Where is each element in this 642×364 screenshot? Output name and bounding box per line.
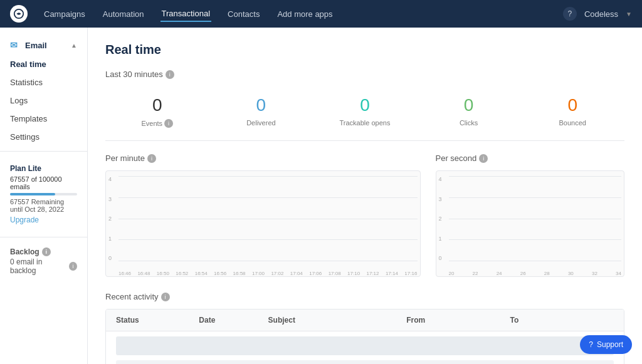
stat-events-label: Events i (105, 119, 209, 128)
table-row-placeholder-1 (116, 336, 614, 355)
sidebar-plan: Plan Lite 67557 of 100000 emails 67557 R… (0, 157, 87, 232)
page-title: Real time (105, 43, 624, 57)
stat-opens-value: 0 (313, 95, 417, 115)
email-icon: ✉ (10, 40, 18, 50)
sidebar-chevron: ▲ (71, 42, 77, 49)
sidebar-item-logs[interactable]: Logs (0, 91, 87, 110)
stat-opens-label: Trackable opens (313, 119, 417, 127)
stat-clicks-value: 0 (417, 95, 521, 115)
per-minute-title: Per minute i (105, 153, 421, 163)
col-to: To (510, 316, 614, 325)
stats-row: 0 Events i 0 Delivered 0 Trackable opens… (105, 89, 624, 141)
plan-emails: 67557 of 100000 emails (10, 175, 77, 190)
support-label: Support (597, 340, 623, 349)
nav-transactional[interactable]: Transactional (160, 6, 212, 22)
stat-bounced: 0 Bounced (520, 95, 624, 127)
per-minute-chart-area (118, 176, 418, 261)
backlog-label: Backlog i (10, 247, 77, 256)
upgrade-link[interactable]: Upgrade (10, 216, 77, 224)
sidebar-divider (0, 151, 87, 152)
plan-progress-fill (10, 193, 55, 195)
sidebar-email-label: Email (25, 41, 47, 50)
sidebar-item-templates[interactable]: Templates (0, 110, 87, 128)
last30-info-icon[interactable]: i (166, 70, 174, 79)
recent-activity-info-icon[interactable]: i (161, 293, 170, 301)
recent-activity-section: Recent activity i Status Date Subject Fr… (105, 292, 624, 364)
stat-trackable-opens: 0 Trackable opens (313, 95, 417, 127)
per-minute-title-text: Per minute (105, 153, 145, 163)
nav-right: ? Codeless ▼ (563, 7, 632, 21)
nav-contacts[interactable]: Contacts (226, 7, 261, 21)
top-navigation: Campaigns Automation Transactional Conta… (0, 0, 642, 28)
per-second-chart-area (449, 176, 622, 261)
per-second-x-labels: 20 22 24 26 28 30 32 34 (449, 271, 622, 276)
nav-add-apps[interactable]: Add more apps (276, 7, 334, 21)
backlog-value-info-icon[interactable]: i (69, 262, 77, 271)
per-second-title-text: Per second (436, 153, 477, 163)
per-second-info-icon[interactable]: i (479, 154, 488, 163)
col-from: From (406, 316, 510, 325)
activity-table: Status Date Subject From To (105, 309, 624, 364)
per-minute-chart: 4 3 2 1 0 16:46 16: (105, 170, 421, 277)
plan-name: Plan Lite (10, 164, 77, 173)
plan-remaining: 67557 Remaining until Oct 28, 2022 (10, 198, 77, 213)
per-minute-x-labels: 16:46 16:48 16:50 16:52 16:54 16:56 16:5… (118, 271, 418, 276)
stat-bounced-value: 0 (520, 95, 624, 115)
per-second-chart-section: Per second i 4 3 2 1 0 (436, 153, 625, 277)
per-second-title: Per second i (436, 153, 625, 163)
last30-label: Last 30 minutes i (105, 70, 624, 79)
plan-progress-bar (10, 193, 77, 195)
stat-clicks: 0 Clicks (417, 95, 521, 127)
nav-automation[interactable]: Automation (102, 7, 145, 21)
sidebar-item-settings[interactable]: Settings (0, 128, 87, 146)
per-minute-info-icon[interactable]: i (147, 154, 156, 163)
table-header: Status Date Subject From To (106, 309, 624, 331)
support-icon: ? (589, 340, 593, 349)
col-status: Status (116, 316, 199, 325)
main-content: Real time Last 30 minutes i 0 Events i 0… (88, 28, 642, 364)
account-chevron: ▼ (626, 11, 632, 18)
per-minute-chart-section: Per minute i 4 3 2 1 0 (105, 153, 421, 277)
col-date: Date (199, 316, 268, 325)
sidebar-item-statistics[interactable]: Statistics (0, 73, 87, 91)
nav-campaigns[interactable]: Campaigns (43, 7, 87, 21)
support-button[interactable]: ? Support (580, 335, 632, 354)
sidebar-divider-2 (0, 237, 87, 237)
stat-delivered-value: 0 (209, 95, 313, 115)
last30-text: Last 30 minutes (105, 70, 163, 79)
help-button[interactable]: ? (563, 7, 577, 21)
stat-events-value: 0 (105, 95, 209, 115)
sidebar: ✉ Email ▲ Real time Statistics Logs Temp… (0, 28, 88, 364)
sidebar-item-realtime[interactable]: Real time (0, 55, 87, 73)
backlog-section: Backlog i 0 email in backlog i (0, 242, 87, 280)
recent-activity-title-text: Recent activity (105, 292, 159, 301)
stat-bounced-label: Bounced (520, 119, 624, 127)
stat-delivered: 0 Delivered (209, 95, 313, 127)
per-minute-y-labels: 4 3 2 1 0 (108, 176, 112, 261)
recent-activity-title: Recent activity i (105, 292, 624, 301)
nav-left: Campaigns Automation Transactional Conta… (10, 5, 334, 23)
app-layout: ✉ Email ▲ Real time Statistics Logs Temp… (0, 28, 642, 364)
stat-clicks-label: Clicks (417, 119, 521, 127)
charts-row: Per minute i 4 3 2 1 0 (105, 153, 624, 277)
backlog-info-icon[interactable]: i (42, 247, 51, 256)
per-second-chart: 4 3 2 1 0 20 22 (436, 170, 625, 277)
app-logo[interactable] (10, 5, 28, 23)
events-info-icon[interactable]: i (164, 119, 173, 128)
account-menu[interactable]: Codeless (584, 9, 618, 19)
sidebar-email-header[interactable]: ✉ Email ▲ (0, 35, 87, 55)
col-subject: Subject (268, 316, 407, 325)
stat-events: 0 Events i (105, 95, 209, 128)
stat-delivered-label: Delivered (209, 119, 313, 127)
table-row-placeholder-2 (116, 360, 614, 364)
per-second-y-labels: 4 3 2 1 0 (439, 176, 442, 261)
backlog-value: 0 email in backlog (10, 257, 66, 275)
